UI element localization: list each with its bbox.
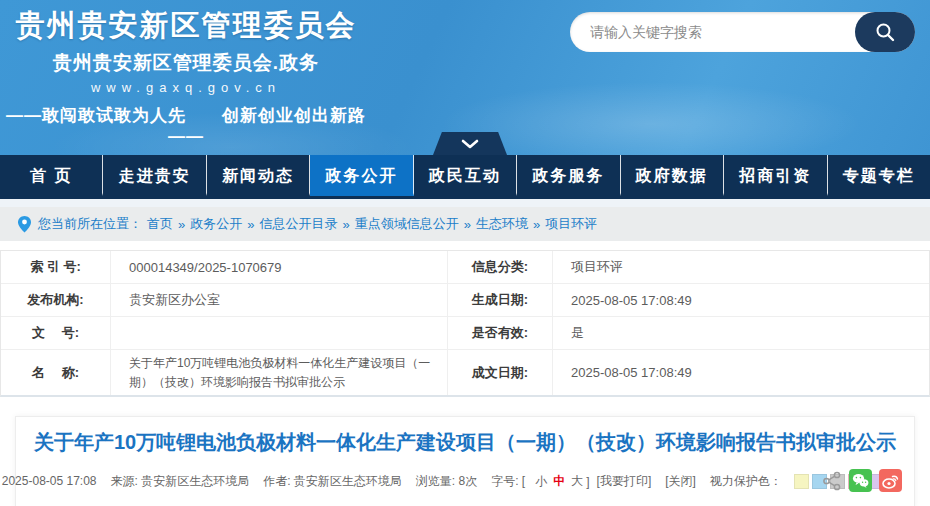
nav-item-special[interactable]: 专题专栏 (828, 155, 930, 196)
article-source: 来源: 贵安新区生态环境局 (111, 473, 250, 490)
protect-color-yellow[interactable] (794, 474, 809, 489)
breadcrumb-gov-disclosure[interactable]: 政务公开 (190, 215, 242, 233)
share-nodes-icon[interactable] (822, 471, 842, 491)
table-row: 索 引 号: 000014349/2025-1070679 信息分类: 项目环评 (1, 251, 929, 284)
weibo-share-icon[interactable] (879, 469, 902, 492)
nav-item-investment[interactable]: 招商引资 (724, 155, 827, 196)
table-row: 发布机构: 贵安新区办公室 生成日期: 2025-08-05 17:08:49 (1, 284, 929, 317)
nav-item-services[interactable]: 政务服务 (517, 155, 620, 196)
doc-number-value (111, 317, 448, 349)
site-slogan: ——敢闯敢试敢为人先 创新创业创出新路—— (0, 104, 372, 147)
generated-date-label: 生成日期: (448, 284, 553, 316)
index-number-label: 索 引 号: (1, 251, 111, 283)
breadcrumb-info-directory[interactable]: 信息公开目录 (259, 215, 337, 233)
info-category-label: 信息分类: (448, 251, 553, 283)
fontsize-bracket: ] (586, 475, 589, 489)
close-button[interactable]: [关闭] (665, 473, 696, 490)
issuing-agency-value: 贵安新区办公室 (111, 284, 448, 316)
article-title: 关于年产10万吨锂电池负极材料一体化生产建设项目（一期）（技改）环境影响报告书拟… (16, 429, 914, 456)
breadcrumb-home[interactable]: 首页 (147, 215, 173, 233)
search-bar (570, 12, 915, 52)
fontsize-small-button[interactable]: 小 (535, 473, 547, 490)
doc-name-value: 关于年产10万吨锂电池负极材料一体化生产建设项目（一期）（技改）环境影响报告书拟… (111, 350, 448, 395)
article-meta-bar: 日期: 2025-08-05 17:08 来源: 贵安新区生态环境局 作者: 贵… (16, 473, 914, 490)
site-branding: 贵州贵安新区管理委员会 贵州贵安新区管理委员会.政务 www.gaxq.gov.… (0, 6, 372, 147)
info-category-value: 项目环评 (553, 251, 929, 283)
fontsize-label: 字号: [ (491, 473, 525, 490)
nav-item-news[interactable]: 新闻动态 (207, 155, 310, 196)
site-subtitle: 贵州贵安新区管理委员会.政务 (0, 50, 372, 76)
site-url: www.gaxq.gov.cn (0, 80, 372, 95)
document-info-table: 索 引 号: 000014349/2025-1070679 信息分类: 项目环评… (0, 250, 930, 397)
eye-protection-label: 视力保护色： (710, 473, 782, 490)
written-date-value: 2025-08-05 17:08:49 (553, 350, 929, 395)
written-date-label: 成文日期: (448, 350, 553, 395)
nav-item-gov-disclosure[interactable]: 政务公开 (310, 155, 413, 196)
nav-item-home[interactable]: 首 页 (0, 155, 103, 196)
main-nav: 首 页 走进贵安 新闻动态 政务公开 政民互动 政务服务 政府数据 招商引资 专… (0, 155, 930, 199)
article-date: 日期: 2025-08-05 17:08 (0, 473, 97, 490)
issuing-agency-label: 发布机构: (1, 284, 111, 316)
breadcrumb-separator: » (178, 217, 185, 232)
site-header: 贵州贵安新区管理委员会 贵州贵安新区管理委员会.政务 www.gaxq.gov.… (0, 0, 930, 155)
breadcrumb-separator: » (464, 217, 471, 232)
location-pin-icon (18, 216, 31, 233)
generated-date-value: 2025-08-05 17:08:49 (553, 284, 929, 316)
doc-name-label: 名 称: (1, 350, 111, 395)
search-button[interactable] (855, 12, 915, 52)
print-button[interactable]: [我要打印] (597, 473, 652, 490)
wechat-share-icon[interactable] (849, 469, 872, 492)
share-bar (815, 469, 902, 492)
nav-item-data[interactable]: 政府数据 (621, 155, 724, 196)
breadcrumb-ecology[interactable]: 生态环境 (476, 215, 528, 233)
chevron-down-icon (461, 139, 479, 149)
validity-value: 是 (553, 317, 929, 349)
fontsize-medium-button[interactable]: 中 (553, 473, 565, 490)
article-views: 浏览量: 8次 (416, 473, 477, 490)
table-row: 文 号: 是否有效: 是 (1, 317, 929, 350)
breadcrumb-separator: » (247, 217, 254, 232)
article-card: 关于年产10万吨锂电池负极材料一体化生产建设项目（一期）（技改）环境影响报告书拟… (15, 416, 915, 506)
nav-item-interaction[interactable]: 政民互动 (414, 155, 517, 196)
breadcrumb-project-eia[interactable]: 项目环评 (545, 215, 597, 233)
breadcrumb-key-areas[interactable]: 重点领域信息公开 (355, 215, 459, 233)
nav-item-about[interactable]: 走进贵安 (103, 155, 206, 196)
validity-label: 是否有效: (448, 317, 553, 349)
table-row: 名 称: 关于年产10万吨锂电池负极材料一体化生产建设项目（一期）（技改）环境影… (1, 350, 929, 395)
fontsize-large-button[interactable]: 大 (571, 473, 583, 490)
doc-number-label: 文 号: (1, 317, 111, 349)
breadcrumb-prefix: 您当前所在位置： (38, 215, 142, 233)
site-title: 贵州贵安新区管理委员会 (0, 6, 372, 46)
search-icon (874, 21, 896, 43)
article-author: 作者: 贵安新区生态环境局 (263, 473, 402, 490)
index-number-value: 000014349/2025-1070679 (111, 251, 448, 283)
breadcrumb: 您当前所在位置： 首页 » 政务公开 » 信息公开目录 » 重点领域信息公开 »… (0, 207, 930, 241)
nav-separator-strip (0, 199, 930, 207)
breadcrumb-separator: » (342, 217, 349, 232)
breadcrumb-separator: » (533, 217, 540, 232)
nav-caret-tab[interactable] (433, 132, 507, 155)
